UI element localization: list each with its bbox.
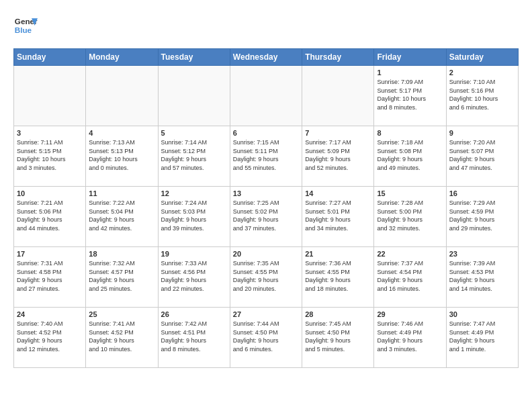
day-info: Sunrise: 7:14 AM Sunset: 5:12 PM Dayligh… (161, 138, 227, 172)
day-number: 24 (17, 310, 83, 318)
calendar-cell: 26Sunrise: 7:42 AM Sunset: 4:51 PM Dayli… (158, 308, 230, 368)
calendar-cell: 7Sunrise: 7:17 AM Sunset: 5:09 PM Daylig… (302, 126, 374, 187)
day-info: Sunrise: 7:40 AM Sunset: 4:52 PM Dayligh… (17, 320, 83, 353)
day-number: 10 (17, 189, 83, 197)
calendar-cell: 13Sunrise: 7:25 AM Sunset: 5:02 PM Dayli… (230, 187, 302, 247)
day-info: Sunrise: 7:36 AM Sunset: 4:55 PM Dayligh… (305, 259, 371, 293)
calendar-cell: 12Sunrise: 7:24 AM Sunset: 5:03 PM Dayli… (158, 187, 230, 247)
calendar-cell: 24Sunrise: 7:40 AM Sunset: 4:52 PM Dayli… (14, 308, 86, 368)
calendar-cell: 22Sunrise: 7:37 AM Sunset: 4:54 PM Dayli… (374, 247, 446, 308)
calendar-cell (230, 66, 302, 126)
calendar-cell (14, 66, 86, 126)
calendar-cell: 2Sunrise: 7:10 AM Sunset: 5:16 PM Daylig… (446, 66, 518, 126)
day-info: Sunrise: 7:25 AM Sunset: 5:02 PM Dayligh… (233, 199, 299, 232)
day-number: 13 (233, 189, 299, 197)
day-info: Sunrise: 7:24 AM Sunset: 5:03 PM Dayligh… (161, 199, 227, 232)
weekday-header-monday: Monday (86, 49, 158, 66)
day-number: 27 (233, 310, 299, 318)
day-info: Sunrise: 7:09 AM Sunset: 5:17 PM Dayligh… (377, 78, 443, 111)
day-info: Sunrise: 7:37 AM Sunset: 4:54 PM Dayligh… (377, 259, 443, 293)
day-number: 3 (17, 129, 83, 137)
day-info: Sunrise: 7:27 AM Sunset: 5:01 PM Dayligh… (305, 199, 371, 232)
calendar-cell: 6Sunrise: 7:15 AM Sunset: 5:11 PM Daylig… (230, 126, 302, 187)
calendar-cell: 10Sunrise: 7:21 AM Sunset: 5:06 PM Dayli… (14, 187, 86, 247)
calendar-week-row: 3Sunrise: 7:11 AM Sunset: 5:15 PM Daylig… (14, 126, 519, 187)
day-info: Sunrise: 7:11 AM Sunset: 5:15 PM Dayligh… (17, 138, 83, 172)
day-number: 17 (17, 250, 83, 258)
calendar-cell (86, 66, 158, 126)
day-info: Sunrise: 7:35 AM Sunset: 4:55 PM Dayligh… (233, 259, 299, 293)
calendar-cell: 30Sunrise: 7:47 AM Sunset: 4:49 PM Dayli… (446, 308, 518, 368)
calendar-cell: 14Sunrise: 7:27 AM Sunset: 5:01 PM Dayli… (302, 187, 374, 247)
day-number: 22 (377, 250, 443, 258)
day-info: Sunrise: 7:33 AM Sunset: 4:56 PM Dayligh… (161, 259, 227, 293)
calendar-cell (158, 66, 230, 126)
day-info: Sunrise: 7:42 AM Sunset: 4:51 PM Dayligh… (161, 320, 227, 353)
day-info: Sunrise: 7:20 AM Sunset: 5:07 PM Dayligh… (449, 138, 515, 172)
day-info: Sunrise: 7:46 AM Sunset: 4:49 PM Dayligh… (377, 320, 443, 353)
svg-text:Blue: Blue (15, 26, 32, 34)
calendar-week-row: 24Sunrise: 7:40 AM Sunset: 4:52 PM Dayli… (14, 308, 519, 368)
day-number: 12 (161, 189, 227, 197)
calendar-cell: 17Sunrise: 7:31 AM Sunset: 4:58 PM Dayli… (14, 247, 86, 308)
weekday-header-row: SundayMondayTuesdayWednesdayThursdayFrid… (14, 49, 519, 66)
weekday-header-saturday: Saturday (446, 49, 518, 66)
day-info: Sunrise: 7:28 AM Sunset: 5:00 PM Dayligh… (377, 199, 443, 232)
calendar-week-row: 1Sunrise: 7:09 AM Sunset: 5:17 PM Daylig… (14, 66, 519, 126)
day-number: 23 (449, 250, 515, 258)
day-number: 28 (305, 310, 371, 318)
day-number: 21 (305, 250, 371, 258)
day-info: Sunrise: 7:29 AM Sunset: 4:59 PM Dayligh… (449, 199, 515, 232)
day-number: 8 (377, 129, 443, 137)
day-info: Sunrise: 7:22 AM Sunset: 5:04 PM Dayligh… (89, 199, 154, 232)
calendar-week-row: 17Sunrise: 7:31 AM Sunset: 4:58 PM Dayli… (14, 247, 519, 308)
day-info: Sunrise: 7:44 AM Sunset: 4:50 PM Dayligh… (233, 320, 299, 353)
day-number: 20 (233, 250, 299, 258)
calendar-cell: 25Sunrise: 7:41 AM Sunset: 4:52 PM Dayli… (86, 308, 158, 368)
calendar-cell: 23Sunrise: 7:39 AM Sunset: 4:53 PM Dayli… (446, 247, 518, 308)
calendar-table: SundayMondayTuesdayWednesdayThursdayFrid… (13, 48, 519, 368)
calendar-cell: 19Sunrise: 7:33 AM Sunset: 4:56 PM Dayli… (158, 247, 230, 308)
day-info: Sunrise: 7:21 AM Sunset: 5:06 PM Dayligh… (17, 199, 83, 232)
calendar-cell: 5Sunrise: 7:14 AM Sunset: 5:12 PM Daylig… (158, 126, 230, 187)
day-info: Sunrise: 7:15 AM Sunset: 5:11 PM Dayligh… (233, 138, 299, 172)
calendar-cell: 18Sunrise: 7:32 AM Sunset: 4:57 PM Dayli… (86, 247, 158, 308)
day-number: 15 (377, 189, 443, 197)
calendar-cell: 29Sunrise: 7:46 AM Sunset: 4:49 PM Dayli… (374, 308, 446, 368)
calendar-cell: 28Sunrise: 7:45 AM Sunset: 4:50 PM Dayli… (302, 308, 374, 368)
day-info: Sunrise: 7:18 AM Sunset: 5:08 PM Dayligh… (377, 138, 443, 172)
calendar-cell: 9Sunrise: 7:20 AM Sunset: 5:07 PM Daylig… (446, 126, 518, 187)
day-number: 4 (89, 129, 154, 137)
calendar-cell: 1Sunrise: 7:09 AM Sunset: 5:17 PM Daylig… (374, 66, 446, 126)
day-info: Sunrise: 7:41 AM Sunset: 4:52 PM Dayligh… (89, 320, 154, 353)
logo: General Blue (13, 13, 38, 38)
day-info: Sunrise: 7:45 AM Sunset: 4:50 PM Dayligh… (305, 320, 371, 353)
weekday-header-friday: Friday (374, 49, 446, 66)
weekday-header-sunday: Sunday (14, 49, 86, 66)
day-info: Sunrise: 7:47 AM Sunset: 4:49 PM Dayligh… (449, 320, 515, 353)
day-info: Sunrise: 7:32 AM Sunset: 4:57 PM Dayligh… (89, 259, 154, 293)
day-info: Sunrise: 7:17 AM Sunset: 5:09 PM Dayligh… (305, 138, 371, 172)
calendar-cell: 8Sunrise: 7:18 AM Sunset: 5:08 PM Daylig… (374, 126, 446, 187)
day-number: 30 (449, 310, 515, 318)
day-number: 1 (377, 68, 443, 77)
day-info: Sunrise: 7:10 AM Sunset: 5:16 PM Dayligh… (449, 78, 515, 111)
day-number: 5 (161, 129, 227, 137)
day-number: 6 (233, 129, 299, 137)
day-info: Sunrise: 7:13 AM Sunset: 5:13 PM Dayligh… (89, 138, 154, 172)
day-number: 16 (449, 189, 515, 197)
calendar-cell: 20Sunrise: 7:35 AM Sunset: 4:55 PM Dayli… (230, 247, 302, 308)
day-number: 19 (161, 250, 227, 258)
day-number: 7 (305, 129, 371, 137)
calendar-cell (302, 66, 374, 126)
calendar-cell: 27Sunrise: 7:44 AM Sunset: 4:50 PM Dayli… (230, 308, 302, 368)
day-number: 11 (89, 189, 154, 197)
day-number: 25 (89, 310, 154, 318)
day-number: 26 (161, 310, 227, 318)
page-header: General Blue (13, 13, 519, 38)
calendar-cell: 11Sunrise: 7:22 AM Sunset: 5:04 PM Dayli… (86, 187, 158, 247)
day-number: 18 (89, 250, 154, 258)
calendar-cell: 15Sunrise: 7:28 AM Sunset: 5:00 PM Dayli… (374, 187, 446, 247)
calendar-cell: 21Sunrise: 7:36 AM Sunset: 4:55 PM Dayli… (302, 247, 374, 308)
weekday-header-thursday: Thursday (302, 49, 374, 66)
